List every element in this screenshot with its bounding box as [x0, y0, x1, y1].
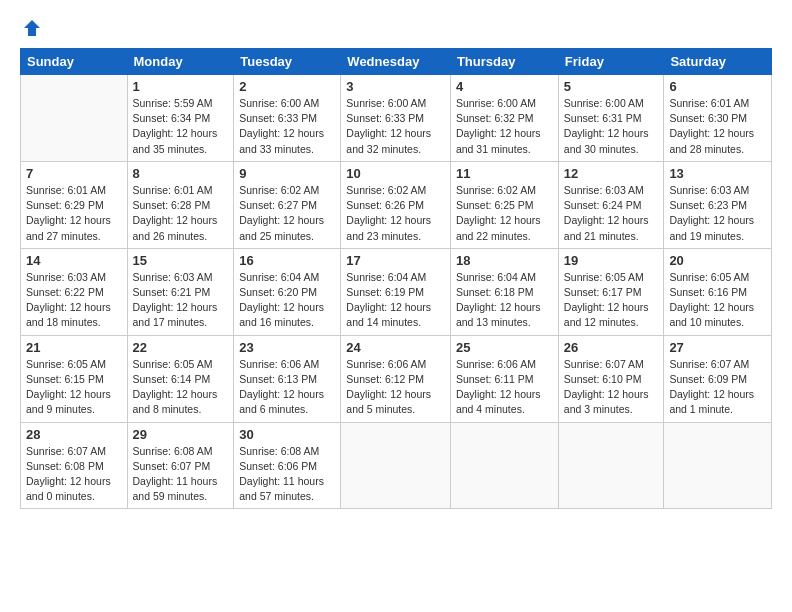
day-number: 30	[239, 427, 335, 442]
calendar-cell: 1Sunrise: 5:59 AM Sunset: 6:34 PM Daylig…	[127, 75, 234, 162]
calendar-cell: 20Sunrise: 6:05 AM Sunset: 6:16 PM Dayli…	[664, 248, 772, 335]
day-number: 18	[456, 253, 553, 268]
calendar-cell	[450, 422, 558, 509]
calendar-cell: 2Sunrise: 6:00 AM Sunset: 6:33 PM Daylig…	[234, 75, 341, 162]
day-info: Sunrise: 6:00 AM Sunset: 6:31 PM Dayligh…	[564, 96, 659, 157]
calendar-cell: 18Sunrise: 6:04 AM Sunset: 6:18 PM Dayli…	[450, 248, 558, 335]
day-info: Sunrise: 5:59 AM Sunset: 6:34 PM Dayligh…	[133, 96, 229, 157]
day-number: 1	[133, 79, 229, 94]
day-number: 20	[669, 253, 766, 268]
day-info: Sunrise: 6:06 AM Sunset: 6:11 PM Dayligh…	[456, 357, 553, 418]
calendar-cell: 28Sunrise: 6:07 AM Sunset: 6:08 PM Dayli…	[21, 422, 128, 509]
day-number: 24	[346, 340, 445, 355]
calendar-cell: 24Sunrise: 6:06 AM Sunset: 6:12 PM Dayli…	[341, 335, 451, 422]
day-info: Sunrise: 6:06 AM Sunset: 6:13 PM Dayligh…	[239, 357, 335, 418]
day-number: 8	[133, 166, 229, 181]
day-info: Sunrise: 6:08 AM Sunset: 6:06 PM Dayligh…	[239, 444, 335, 505]
calendar-cell: 8Sunrise: 6:01 AM Sunset: 6:28 PM Daylig…	[127, 161, 234, 248]
calendar-cell: 14Sunrise: 6:03 AM Sunset: 6:22 PM Dayli…	[21, 248, 128, 335]
day-number: 10	[346, 166, 445, 181]
calendar-cell: 13Sunrise: 6:03 AM Sunset: 6:23 PM Dayli…	[664, 161, 772, 248]
day-number: 29	[133, 427, 229, 442]
calendar-cell: 15Sunrise: 6:03 AM Sunset: 6:21 PM Dayli…	[127, 248, 234, 335]
day-number: 16	[239, 253, 335, 268]
calendar-cell: 21Sunrise: 6:05 AM Sunset: 6:15 PM Dayli…	[21, 335, 128, 422]
day-number: 22	[133, 340, 229, 355]
day-number: 23	[239, 340, 335, 355]
day-number: 26	[564, 340, 659, 355]
day-number: 25	[456, 340, 553, 355]
calendar-cell: 26Sunrise: 6:07 AM Sunset: 6:10 PM Dayli…	[558, 335, 664, 422]
calendar-cell: 4Sunrise: 6:00 AM Sunset: 6:32 PM Daylig…	[450, 75, 558, 162]
calendar-cell: 23Sunrise: 6:06 AM Sunset: 6:13 PM Dayli…	[234, 335, 341, 422]
header	[20, 18, 772, 38]
day-number: 2	[239, 79, 335, 94]
day-info: Sunrise: 6:00 AM Sunset: 6:33 PM Dayligh…	[239, 96, 335, 157]
day-number: 13	[669, 166, 766, 181]
calendar-week-row: 21Sunrise: 6:05 AM Sunset: 6:15 PM Dayli…	[21, 335, 772, 422]
day-info: Sunrise: 6:03 AM Sunset: 6:22 PM Dayligh…	[26, 270, 122, 331]
calendar-cell: 10Sunrise: 6:02 AM Sunset: 6:26 PM Dayli…	[341, 161, 451, 248]
calendar-cell: 29Sunrise: 6:08 AM Sunset: 6:07 PM Dayli…	[127, 422, 234, 509]
day-info: Sunrise: 6:03 AM Sunset: 6:24 PM Dayligh…	[564, 183, 659, 244]
day-info: Sunrise: 6:05 AM Sunset: 6:15 PM Dayligh…	[26, 357, 122, 418]
calendar-table: SundayMondayTuesdayWednesdayThursdayFrid…	[20, 48, 772, 509]
calendar-cell: 16Sunrise: 6:04 AM Sunset: 6:20 PM Dayli…	[234, 248, 341, 335]
day-info: Sunrise: 6:07 AM Sunset: 6:08 PM Dayligh…	[26, 444, 122, 505]
calendar-week-row: 28Sunrise: 6:07 AM Sunset: 6:08 PM Dayli…	[21, 422, 772, 509]
day-number: 4	[456, 79, 553, 94]
weekday-header: Monday	[127, 49, 234, 75]
day-number: 14	[26, 253, 122, 268]
day-number: 28	[26, 427, 122, 442]
weekday-header: Sunday	[21, 49, 128, 75]
calendar-cell: 9Sunrise: 6:02 AM Sunset: 6:27 PM Daylig…	[234, 161, 341, 248]
day-info: Sunrise: 6:06 AM Sunset: 6:12 PM Dayligh…	[346, 357, 445, 418]
calendar-cell: 25Sunrise: 6:06 AM Sunset: 6:11 PM Dayli…	[450, 335, 558, 422]
day-number: 3	[346, 79, 445, 94]
logo-icon	[22, 18, 42, 38]
day-number: 9	[239, 166, 335, 181]
day-info: Sunrise: 6:03 AM Sunset: 6:23 PM Dayligh…	[669, 183, 766, 244]
day-number: 27	[669, 340, 766, 355]
weekday-header: Tuesday	[234, 49, 341, 75]
calendar-cell: 27Sunrise: 6:07 AM Sunset: 6:09 PM Dayli…	[664, 335, 772, 422]
day-info: Sunrise: 6:02 AM Sunset: 6:25 PM Dayligh…	[456, 183, 553, 244]
weekday-header: Thursday	[450, 49, 558, 75]
calendar-cell: 19Sunrise: 6:05 AM Sunset: 6:17 PM Dayli…	[558, 248, 664, 335]
day-number: 6	[669, 79, 766, 94]
day-info: Sunrise: 6:04 AM Sunset: 6:18 PM Dayligh…	[456, 270, 553, 331]
day-info: Sunrise: 6:01 AM Sunset: 6:29 PM Dayligh…	[26, 183, 122, 244]
weekday-header: Friday	[558, 49, 664, 75]
calendar-cell: 12Sunrise: 6:03 AM Sunset: 6:24 PM Dayli…	[558, 161, 664, 248]
calendar-cell	[664, 422, 772, 509]
day-number: 21	[26, 340, 122, 355]
calendar-week-row: 1Sunrise: 5:59 AM Sunset: 6:34 PM Daylig…	[21, 75, 772, 162]
logo	[20, 18, 42, 38]
calendar-cell: 3Sunrise: 6:00 AM Sunset: 6:33 PM Daylig…	[341, 75, 451, 162]
day-info: Sunrise: 6:04 AM Sunset: 6:20 PM Dayligh…	[239, 270, 335, 331]
day-number: 5	[564, 79, 659, 94]
day-number: 12	[564, 166, 659, 181]
calendar-cell	[21, 75, 128, 162]
calendar-cell: 5Sunrise: 6:00 AM Sunset: 6:31 PM Daylig…	[558, 75, 664, 162]
calendar-cell: 17Sunrise: 6:04 AM Sunset: 6:19 PM Dayli…	[341, 248, 451, 335]
day-info: Sunrise: 6:07 AM Sunset: 6:09 PM Dayligh…	[669, 357, 766, 418]
day-info: Sunrise: 6:00 AM Sunset: 6:32 PM Dayligh…	[456, 96, 553, 157]
day-number: 19	[564, 253, 659, 268]
svg-marker-0	[24, 20, 40, 36]
calendar-cell: 7Sunrise: 6:01 AM Sunset: 6:29 PM Daylig…	[21, 161, 128, 248]
calendar-week-row: 14Sunrise: 6:03 AM Sunset: 6:22 PM Dayli…	[21, 248, 772, 335]
calendar-cell: 6Sunrise: 6:01 AM Sunset: 6:30 PM Daylig…	[664, 75, 772, 162]
day-info: Sunrise: 6:07 AM Sunset: 6:10 PM Dayligh…	[564, 357, 659, 418]
calendar-week-row: 7Sunrise: 6:01 AM Sunset: 6:29 PM Daylig…	[21, 161, 772, 248]
day-info: Sunrise: 6:03 AM Sunset: 6:21 PM Dayligh…	[133, 270, 229, 331]
calendar-header-row: SundayMondayTuesdayWednesdayThursdayFrid…	[21, 49, 772, 75]
day-info: Sunrise: 6:02 AM Sunset: 6:27 PM Dayligh…	[239, 183, 335, 244]
day-number: 15	[133, 253, 229, 268]
calendar-cell: 11Sunrise: 6:02 AM Sunset: 6:25 PM Dayli…	[450, 161, 558, 248]
day-info: Sunrise: 6:01 AM Sunset: 6:30 PM Dayligh…	[669, 96, 766, 157]
day-info: Sunrise: 6:01 AM Sunset: 6:28 PM Dayligh…	[133, 183, 229, 244]
weekday-header: Saturday	[664, 49, 772, 75]
weekday-header: Wednesday	[341, 49, 451, 75]
calendar-cell: 22Sunrise: 6:05 AM Sunset: 6:14 PM Dayli…	[127, 335, 234, 422]
